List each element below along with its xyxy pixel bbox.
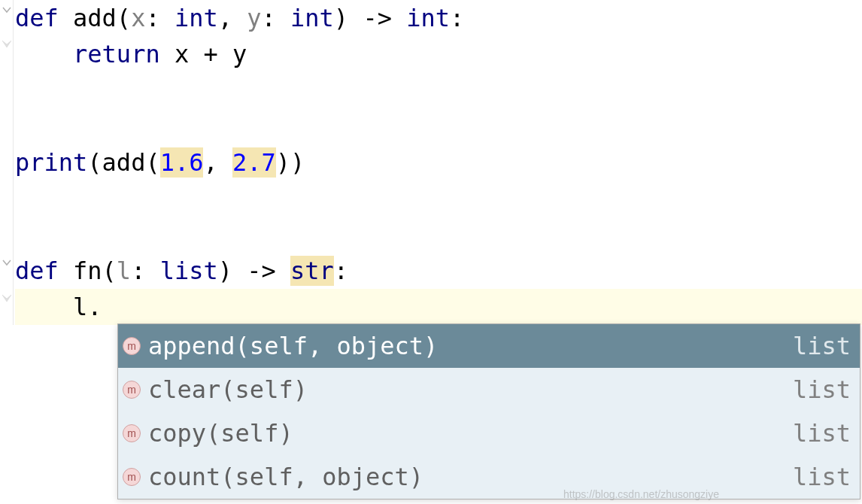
code-line-3[interactable]: [15, 72, 862, 108]
method-icon: m: [123, 468, 141, 486]
code-line-7[interactable]: [15, 217, 862, 253]
completion-item[interactable]: mclear(self)list: [118, 368, 860, 411]
return-type: int: [406, 4, 450, 32]
completion-origin: list: [793, 375, 851, 404]
code-line-6[interactable]: [15, 181, 862, 217]
code-line-9-current[interactable]: l.: [15, 289, 862, 325]
code-editor[interactable]: def add(x: int, y: int) -> int: return x…: [0, 0, 862, 325]
completion-signature: clear(self): [148, 375, 793, 404]
completion-item[interactable]: mcopy(self)list: [118, 411, 860, 455]
watermark: https://blog.csdn.net/zhusongziye: [563, 488, 719, 500]
completion-signature: append(self, object): [148, 332, 793, 360]
error-squiggle-icon: [144, 320, 158, 323]
keyword-def: def: [15, 4, 59, 32]
method-icon: m: [123, 337, 141, 355]
type-annotation: list: [160, 257, 218, 285]
completion-item[interactable]: mcount(self, object)list: [118, 455, 860, 499]
code-line-2[interactable]: return x + y: [15, 36, 862, 72]
keyword-def: def: [15, 257, 59, 285]
fold-end-marker: [0, 293, 14, 302]
param: y: [247, 4, 261, 32]
number-literal-warning: 1.6: [160, 147, 204, 178]
builtin-print: print: [15, 148, 87, 177]
completion-origin: list: [793, 332, 851, 360]
number-literal-warning: 2.7: [232, 147, 276, 178]
fold-marker[interactable]: [0, 6, 14, 15]
type-annotation: int: [290, 4, 334, 32]
autocomplete-popup[interactable]: mappend(self, object)listmclear(self)lis…: [117, 323, 860, 499]
completion-item[interactable]: mappend(self, object)list: [118, 324, 860, 368]
function-name: add: [73, 4, 117, 32]
code-line-4[interactable]: [15, 108, 862, 144]
param: x: [131, 4, 145, 32]
code-line-8[interactable]: def fn(l: list) -> str:: [15, 253, 862, 289]
type-annotation: int: [175, 4, 218, 32]
function-call: add: [102, 148, 146, 177]
keyword-return: return: [73, 40, 160, 68]
param: l: [117, 257, 131, 285]
completion-origin: list: [793, 419, 851, 448]
gutter: [0, 0, 14, 325]
return-type-warning: str: [290, 256, 334, 286]
code-line-5[interactable]: print(add(1.6, 2.7)): [15, 144, 862, 181]
method-icon: m: [123, 424, 141, 442]
code-line-1[interactable]: def add(x: int, y: int) -> int:: [15, 0, 862, 36]
function-name: fn: [73, 257, 102, 285]
fold-marker[interactable]: [0, 259, 14, 268]
completion-origin: list: [793, 463, 851, 491]
method-icon: m: [123, 381, 141, 399]
completion-signature: count(self, object): [148, 463, 793, 491]
completion-signature: copy(self): [148, 419, 793, 448]
fold-end-marker: [0, 39, 14, 48]
